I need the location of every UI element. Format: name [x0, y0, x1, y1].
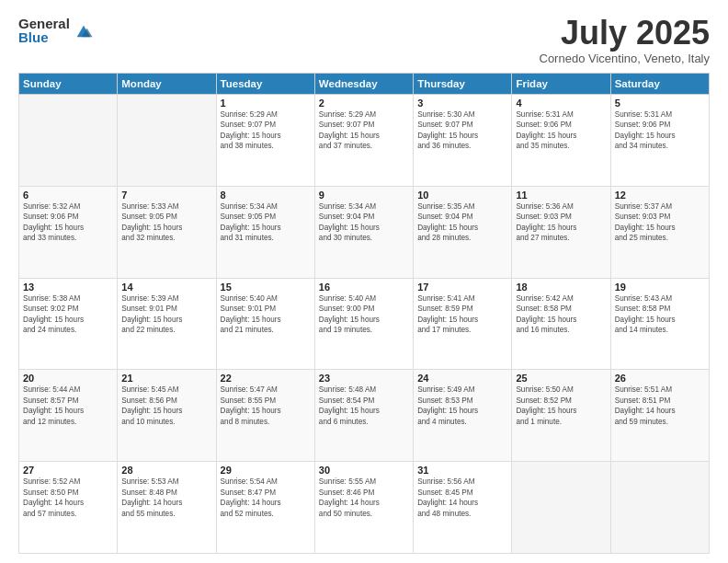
day-number: 6: [23, 190, 113, 201]
day-info: Sunrise: 5:36 AM Sunset: 9:03 PM Dayligh…: [516, 201, 606, 244]
calendar-cell: 14Sunrise: 5:39 AM Sunset: 9:01 PM Dayli…: [118, 278, 216, 370]
day-info: Sunrise: 5:37 AM Sunset: 9:03 PM Dayligh…: [615, 201, 705, 244]
calendar-cell: 6Sunrise: 5:32 AM Sunset: 9:06 PM Daylig…: [19, 186, 118, 278]
calendar-week-row: 27Sunrise: 5:52 AM Sunset: 8:50 PM Dayli…: [19, 462, 710, 554]
day-number: 22: [221, 373, 311, 384]
day-number: 31: [417, 465, 507, 476]
calendar-cell: 11Sunrise: 5:36 AM Sunset: 9:03 PM Dayli…: [512, 186, 610, 278]
day-info: Sunrise: 5:42 AM Sunset: 8:58 PM Dayligh…: [516, 293, 606, 336]
calendar-cell: 2Sunrise: 5:29 AM Sunset: 9:07 PM Daylig…: [314, 95, 413, 187]
calendar-cell: 29Sunrise: 5:54 AM Sunset: 8:47 PM Dayli…: [216, 462, 314, 554]
day-info: Sunrise: 5:29 AM Sunset: 9:07 PM Dayligh…: [319, 109, 409, 152]
day-info: Sunrise: 5:31 AM Sunset: 9:06 PM Dayligh…: [516, 109, 606, 152]
calendar-cell: 13Sunrise: 5:38 AM Sunset: 9:02 PM Dayli…: [19, 278, 118, 370]
calendar-cell: 27Sunrise: 5:52 AM Sunset: 8:50 PM Dayli…: [19, 462, 118, 554]
day-number: 25: [516, 373, 606, 384]
calendar-cell: 3Sunrise: 5:30 AM Sunset: 9:07 PM Daylig…: [414, 95, 512, 187]
calendar-cell: 25Sunrise: 5:50 AM Sunset: 8:52 PM Dayli…: [512, 370, 610, 462]
day-number: 26: [615, 373, 705, 384]
day-number: 16: [319, 282, 409, 293]
calendar-week-row: 6Sunrise: 5:32 AM Sunset: 9:06 PM Daylig…: [19, 186, 710, 278]
calendar-cell: [512, 462, 610, 554]
calendar-cell: 12Sunrise: 5:37 AM Sunset: 9:03 PM Dayli…: [610, 186, 709, 278]
day-info: Sunrise: 5:43 AM Sunset: 8:58 PM Dayligh…: [615, 293, 705, 336]
logo: General Blue: [18, 17, 94, 44]
calendar-cell: 9Sunrise: 5:34 AM Sunset: 9:04 PM Daylig…: [314, 186, 413, 278]
logo-general: General: [18, 17, 70, 30]
day-number: 20: [23, 373, 113, 384]
day-info: Sunrise: 5:52 AM Sunset: 8:50 PM Dayligh…: [23, 477, 113, 519]
day-info: Sunrise: 5:34 AM Sunset: 9:04 PM Dayligh…: [319, 201, 409, 244]
calendar-table: SundayMondayTuesdayWednesdayThursdayFrid…: [18, 73, 710, 554]
day-number: 9: [319, 190, 409, 201]
day-info: Sunrise: 5:48 AM Sunset: 8:54 PM Dayligh…: [319, 385, 409, 427]
day-info: Sunrise: 5:39 AM Sunset: 9:01 PM Dayligh…: [121, 293, 211, 336]
calendar-cell: 7Sunrise: 5:33 AM Sunset: 9:05 PM Daylig…: [118, 186, 216, 278]
day-header-sunday: Sunday: [19, 74, 118, 95]
day-number: 7: [121, 190, 211, 201]
calendar-week-row: 20Sunrise: 5:44 AM Sunset: 8:57 PM Dayli…: [19, 370, 710, 462]
day-info: Sunrise: 5:32 AM Sunset: 9:06 PM Dayligh…: [23, 201, 113, 244]
calendar-cell: 4Sunrise: 5:31 AM Sunset: 9:06 PM Daylig…: [512, 95, 610, 187]
calendar-cell: 5Sunrise: 5:31 AM Sunset: 9:06 PM Daylig…: [610, 95, 709, 187]
day-info: Sunrise: 5:31 AM Sunset: 9:06 PM Dayligh…: [615, 109, 705, 152]
day-header-wednesday: Wednesday: [314, 74, 413, 95]
logo-icon: [74, 20, 94, 40]
day-info: Sunrise: 5:40 AM Sunset: 9:01 PM Dayligh…: [221, 293, 311, 336]
day-number: 17: [417, 282, 507, 293]
calendar-cell: 8Sunrise: 5:34 AM Sunset: 9:05 PM Daylig…: [216, 186, 314, 278]
day-info: Sunrise: 5:35 AM Sunset: 9:04 PM Dayligh…: [417, 201, 507, 244]
calendar-cell: [610, 462, 709, 554]
logo-blue: Blue: [18, 30, 70, 44]
day-info: Sunrise: 5:44 AM Sunset: 8:57 PM Dayligh…: [23, 385, 113, 427]
calendar-cell: 16Sunrise: 5:40 AM Sunset: 9:00 PM Dayli…: [314, 278, 413, 370]
day-info: Sunrise: 5:29 AM Sunset: 9:07 PM Dayligh…: [221, 109, 311, 152]
day-header-tuesday: Tuesday: [216, 74, 314, 95]
calendar-cell: 19Sunrise: 5:43 AM Sunset: 8:58 PM Dayli…: [610, 278, 709, 370]
day-number: 19: [615, 282, 705, 293]
day-number: 10: [417, 190, 507, 201]
calendar-cell: 30Sunrise: 5:55 AM Sunset: 8:46 PM Dayli…: [314, 462, 413, 554]
day-number: 5: [615, 98, 705, 109]
day-info: Sunrise: 5:54 AM Sunset: 8:47 PM Dayligh…: [221, 477, 311, 519]
day-header-monday: Monday: [118, 74, 216, 95]
calendar-cell: 1Sunrise: 5:29 AM Sunset: 9:07 PM Daylig…: [216, 95, 314, 187]
day-number: 15: [221, 282, 311, 293]
calendar-cell: 20Sunrise: 5:44 AM Sunset: 8:57 PM Dayli…: [19, 370, 118, 462]
day-info: Sunrise: 5:51 AM Sunset: 8:51 PM Dayligh…: [615, 385, 705, 427]
day-number: 3: [417, 98, 507, 109]
month-title: July 2025: [540, 17, 711, 50]
calendar-week-row: 13Sunrise: 5:38 AM Sunset: 9:02 PM Dayli…: [19, 278, 710, 370]
day-number: 2: [319, 98, 409, 109]
day-number: 11: [516, 190, 606, 201]
day-number: 29: [221, 465, 311, 476]
day-info: Sunrise: 5:33 AM Sunset: 9:05 PM Dayligh…: [121, 201, 211, 244]
day-number: 4: [516, 98, 606, 109]
day-info: Sunrise: 5:50 AM Sunset: 8:52 PM Dayligh…: [516, 385, 606, 427]
day-header-saturday: Saturday: [610, 74, 709, 95]
calendar-cell: 28Sunrise: 5:53 AM Sunset: 8:48 PM Dayli…: [118, 462, 216, 554]
day-info: Sunrise: 5:47 AM Sunset: 8:55 PM Dayligh…: [221, 385, 311, 427]
day-number: 8: [221, 190, 311, 201]
logo-text: General Blue: [18, 17, 70, 44]
title-section: July 2025 Cornedo Vicentino, Veneto, Ita…: [540, 17, 711, 65]
day-number: 24: [417, 373, 507, 384]
calendar-cell: [19, 95, 118, 187]
day-info: Sunrise: 5:55 AM Sunset: 8:46 PM Dayligh…: [319, 477, 409, 519]
day-info: Sunrise: 5:45 AM Sunset: 8:56 PM Dayligh…: [121, 385, 211, 427]
calendar-cell: 10Sunrise: 5:35 AM Sunset: 9:04 PM Dayli…: [414, 186, 512, 278]
day-info: Sunrise: 5:53 AM Sunset: 8:48 PM Dayligh…: [121, 477, 211, 519]
day-number: 28: [121, 465, 211, 476]
calendar-cell: 17Sunrise: 5:41 AM Sunset: 8:59 PM Dayli…: [414, 278, 512, 370]
day-header-friday: Friday: [512, 74, 610, 95]
subtitle: Cornedo Vicentino, Veneto, Italy: [540, 52, 711, 65]
day-info: Sunrise: 5:40 AM Sunset: 9:00 PM Dayligh…: [319, 293, 409, 336]
calendar-cell: 24Sunrise: 5:49 AM Sunset: 8:53 PM Dayli…: [414, 370, 512, 462]
day-number: 14: [121, 282, 211, 293]
calendar-cell: 23Sunrise: 5:48 AM Sunset: 8:54 PM Dayli…: [314, 370, 413, 462]
day-number: 13: [23, 282, 113, 293]
calendar-header-row: SundayMondayTuesdayWednesdayThursdayFrid…: [19, 74, 710, 95]
page: General Blue July 2025 Cornedo Vicentino…: [0, 0, 728, 563]
day-info: Sunrise: 5:41 AM Sunset: 8:59 PM Dayligh…: [417, 293, 507, 336]
day-info: Sunrise: 5:34 AM Sunset: 9:05 PM Dayligh…: [221, 201, 311, 244]
